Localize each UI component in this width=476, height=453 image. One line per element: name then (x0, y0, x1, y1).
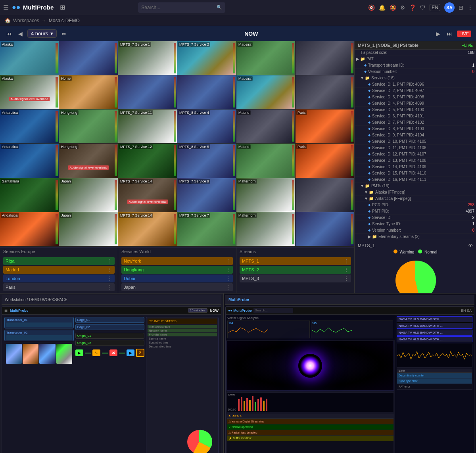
nasa-table-row-3[interactable]: PAT error (397, 384, 472, 390)
video-cell-22[interactable]: Madrid (236, 144, 295, 177)
flow-start-node[interactable]: ▶ (75, 349, 83, 356)
service-item-riga[interactable]: Riga ⋮ (3, 257, 115, 265)
video-cell-14[interactable]: MPTS_7 Service 11 (118, 109, 177, 143)
video-cell-16[interactable]: Madrid (236, 109, 295, 143)
video-cell-5[interactable] (296, 41, 354, 75)
flow-share-node[interactable]: ⤷ (92, 349, 100, 356)
psi-service-row-4[interactable]: ◆Service ID: 5, PMT PID: 4100 (355, 107, 476, 113)
psi-service-row-12[interactable]: ◆Service ID: 13, PMT PID: 4108 (355, 157, 476, 164)
video-cell-35[interactable] (296, 212, 354, 246)
video-cell-21[interactable]: MPTS_8 Service 5 (177, 144, 236, 177)
video-cell-26[interactable]: MPTS_7 Service 14Audio signal level over… (118, 178, 177, 212)
service-dots-paris[interactable]: ⋮ (107, 284, 112, 290)
service-dots-hongkong[interactable]: ⋮ (226, 267, 230, 273)
psi-service-row-11[interactable]: ◆Service ID: 12, PMT PID: 4107 (355, 151, 476, 157)
mini-video-3[interactable] (39, 344, 55, 364)
service-item-hongkong[interactable]: Hongkong ⋮ (121, 266, 233, 274)
timeline-live-badge[interactable]: LIVE (457, 31, 471, 37)
video-cell-7[interactable]: Home (59, 75, 118, 109)
video-cell-12[interactable]: Antarctica (0, 109, 59, 143)
flow-node-origin2[interactable]: Origin_02 (75, 340, 145, 346)
shield-icon[interactable]: 🛡 (420, 4, 426, 11)
video-cell-2[interactable]: MPTS_7 Service 1 (118, 41, 177, 75)
video-cell-32[interactable]: MPTS_7 Service 14 (118, 212, 177, 246)
psi-services-row[interactable]: ▼ 📁 Services (16) (355, 75, 476, 81)
video-cell-4[interactable]: Madeira (236, 41, 295, 75)
alarm-row-3[interactable]: ⚠ Packet loss detected (227, 430, 393, 436)
psi-service-row-10[interactable]: ◆Service ID: 11, PMT PID: 4106 (355, 145, 476, 151)
grid-view-icon[interactable]: ⊞ (60, 4, 65, 11)
psi-pat-row[interactable]: ▶ 📁 PAT (355, 56, 476, 62)
psi-service-row-2[interactable]: ◆Service ID: 3, PMT PID: 4098 (355, 94, 476, 100)
service-dots-mpts3[interactable]: ⋮ (344, 276, 349, 281)
breadcrumb-workspaces[interactable]: Workspaces (13, 18, 39, 23)
psi-pmts-row[interactable]: ▼ 📁 PMTs (16) (355, 183, 476, 189)
video-cell-11[interactable] (296, 75, 354, 109)
service-dots-japan[interactable]: ⋮ (226, 284, 230, 290)
video-cell-13[interactable]: Hongkong (59, 109, 118, 143)
chart-eye-icon[interactable]: 👁 (468, 243, 473, 248)
nasa-label-3[interactable]: NASA TV HLS BANDWIDTH ... (397, 330, 472, 336)
video-cell-18[interactable]: Antarctica (0, 144, 59, 177)
video-cell-9[interactable] (177, 75, 236, 109)
psi-service-row-9[interactable]: ◆Service ID: 10, PMT PID: 4105 (355, 138, 476, 145)
nasa-label-2[interactable]: NASA TV HLS BANDWIDTH ... (397, 323, 472, 329)
video-cell-6[interactable]: AlaskaAudio signal level overload (0, 75, 59, 109)
video-cell-31[interactable]: Japan (59, 212, 118, 246)
video-cell-0[interactable]: Alaska (0, 41, 59, 75)
service-dots-madrid[interactable]: ⋮ (107, 267, 112, 273)
video-cell-1[interactable] (59, 41, 118, 75)
nasa-table-row-1[interactable]: Discontinuity counter (397, 373, 472, 378)
psi-service-row-8[interactable]: ◆Service ID: 9, PMT PID: 4104 (355, 132, 476, 138)
flow-diagram-panel[interactable]: ☰ MultiProbe 15 minutes NOW Transcoder_0… (2, 306, 221, 453)
hamburger-menu-icon[interactable]: ☰ (3, 4, 9, 11)
flow-error-node[interactable]: ✖ (109, 349, 117, 356)
psi-service-row-0[interactable]: ◆Service ID: 1, PMT PID: 4096 (355, 81, 476, 88)
video-cell-17[interactable]: Paris (296, 109, 354, 143)
timeline-forward-fast-btn[interactable]: ⏭ (445, 30, 454, 38)
flow-node-origin1[interactable]: Origin_01 (75, 333, 145, 339)
service-dots-london[interactable]: ⋮ (107, 276, 112, 281)
timeline-back-btn[interactable]: ◀ (17, 30, 24, 38)
video-cell-28[interactable]: Matterhorn (236, 178, 295, 212)
video-cell-15[interactable]: MPTS_8 Service 4 (177, 109, 236, 143)
psi-service-row-5[interactable]: ◆Service ID: 6, PMT PID: 4101 (355, 113, 476, 119)
timeline-forward-btn[interactable]: ▶ (434, 30, 442, 38)
search-input[interactable] (141, 5, 217, 10)
video-cell-30[interactable]: Andalucia (0, 212, 59, 246)
nasa-video-mock[interactable] (226, 341, 394, 391)
psi-alaska-row[interactable]: ▼ 📁 Alaska [FFmpeg] (355, 189, 476, 196)
nasa-search[interactable]: Search... (253, 308, 293, 313)
video-cell-34[interactable]: Matterhorn (236, 212, 295, 246)
timeline-duration-selector[interactable]: 4 hours ▾ (27, 29, 57, 38)
service-dots-riga[interactable]: ⋮ (107, 258, 112, 264)
psi-service-row-1[interactable]: ◆Service ID: 2, PMT PID: 4097 (355, 88, 476, 94)
mini-video-1[interactable] (6, 344, 22, 364)
nasa-label-1[interactable]: NASA TV HLS BANDWIDTH ... (397, 316, 472, 322)
video-cell-23[interactable]: Paris (296, 144, 354, 177)
timeline-back-fast-btn[interactable]: ⏮ (5, 30, 13, 38)
flow-node-transcoders[interactable]: Transcoder_01 (4, 317, 74, 328)
alarm-row-2[interactable]: ✓ Normal operation (227, 424, 393, 430)
video-cell-8[interactable] (118, 75, 177, 109)
psi-service-row-13[interactable]: ◆Service ID: 14, PMT PID: 4109 (355, 164, 476, 170)
mute-icon[interactable]: 🔇 (368, 4, 375, 11)
mini-video-4[interactable] (56, 344, 72, 364)
service-item-madrid[interactable]: Madrid ⋮ (3, 266, 115, 274)
service-dots-newyork[interactable]: ⋮ (226, 258, 230, 264)
service-dots-mpts1[interactable]: ⋮ (344, 258, 349, 264)
video-cell-33[interactable]: MPTS_7 Service 7 (177, 212, 236, 246)
psi-service-row-15[interactable]: ◆Service ID: 16, PMT PID: 4111 (355, 177, 476, 183)
layout-icon[interactable]: ⊟ (459, 4, 463, 11)
psi-antarctica-row[interactable]: ▼ 📁 Antarctica [FFmpeg] (355, 196, 476, 202)
language-selector[interactable]: EN (430, 4, 440, 11)
timeline-sync-icon[interactable]: ⇔ (60, 30, 68, 38)
service-item-japan[interactable]: Japan ⋮ (121, 283, 233, 291)
psi-service-row-14[interactable]: ◆Service ID: 15, PMT PID: 4110 (355, 170, 476, 177)
notification-icon[interactable]: 🔔 (379, 4, 386, 11)
user-avatar[interactable]: SA (444, 2, 455, 13)
psi-service-row-6[interactable]: ◆Service ID: 7, PMT PID: 4102 (355, 119, 476, 126)
service-dots-dubai[interactable]: ⋮ (226, 276, 230, 281)
nasa-panel-mock[interactable]: ●● MultiProbe Search... EN SA Vector Sig… (225, 306, 474, 453)
service-item-newyork[interactable]: NewYork ⋮ (121, 257, 233, 265)
